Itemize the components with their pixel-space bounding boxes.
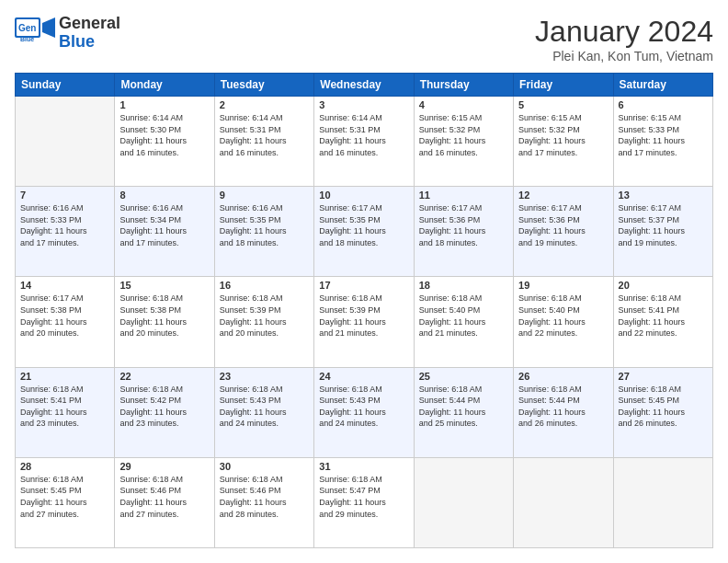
calendar-week-row: 1Sunrise: 6:14 AMSunset: 5:30 PMDaylight…: [16, 97, 713, 187]
day-number: 31: [319, 461, 408, 472]
day-info: Sunrise: 6:17 AMSunset: 5:37 PMDaylight:…: [619, 202, 708, 248]
col-sunday: Sunday: [16, 74, 115, 97]
calendar-cell: 30Sunrise: 6:18 AMSunset: 5:46 PMDayligh…: [214, 457, 313, 547]
day-info: Sunrise: 6:18 AMSunset: 5:44 PMDaylight:…: [419, 384, 508, 430]
calendar-cell: 23Sunrise: 6:18 AMSunset: 5:43 PMDayligh…: [214, 367, 313, 457]
logo-general: General: [59, 15, 120, 33]
day-info: Sunrise: 6:18 AMSunset: 5:41 PMDaylight:…: [20, 384, 109, 430]
day-number: 23: [220, 371, 309, 382]
day-number: 13: [619, 190, 708, 201]
day-number: 24: [319, 371, 408, 382]
calendar-cell: [414, 457, 513, 547]
calendar-cell: 9Sunrise: 6:16 AMSunset: 5:35 PMDaylight…: [214, 187, 313, 277]
day-number: 16: [220, 280, 309, 291]
calendar-cell: 31Sunrise: 6:18 AMSunset: 5:47 PMDayligh…: [314, 457, 414, 547]
day-info: Sunrise: 6:18 AMSunset: 5:46 PMDaylight:…: [220, 474, 309, 520]
day-info: Sunrise: 6:18 AMSunset: 5:41 PMDaylight:…: [619, 293, 708, 339]
day-info: Sunrise: 6:16 AMSunset: 5:35 PMDaylight:…: [220, 202, 309, 248]
month-year: January 2024: [535, 15, 713, 49]
calendar-cell: 19Sunrise: 6:18 AMSunset: 5:40 PMDayligh…: [514, 277, 613, 367]
calendar-cell: 17Sunrise: 6:18 AMSunset: 5:39 PMDayligh…: [314, 277, 414, 367]
calendar-cell: 6Sunrise: 6:15 AMSunset: 5:33 PMDaylight…: [613, 97, 712, 187]
day-number: 21: [20, 371, 109, 382]
day-info: Sunrise: 6:18 AMSunset: 5:44 PMDaylight:…: [518, 384, 608, 430]
calendar-cell: 18Sunrise: 6:18 AMSunset: 5:40 PMDayligh…: [414, 277, 513, 367]
col-monday: Monday: [115, 74, 214, 97]
day-number: 11: [419, 190, 508, 201]
day-number: 29: [119, 461, 209, 472]
day-number: 5: [518, 99, 608, 110]
day-info: Sunrise: 6:18 AMSunset: 5:40 PMDaylight:…: [518, 293, 608, 339]
calendar-cell: 14Sunrise: 6:17 AMSunset: 5:38 PMDayligh…: [16, 277, 115, 367]
header: Gen Blue General Blue January 2024 Plei …: [15, 15, 713, 63]
calendar-cell: 22Sunrise: 6:18 AMSunset: 5:42 PMDayligh…: [115, 367, 214, 457]
calendar-cell: 11Sunrise: 6:17 AMSunset: 5:36 PMDayligh…: [414, 187, 513, 277]
calendar-cell: 27Sunrise: 6:18 AMSunset: 5:45 PMDayligh…: [613, 367, 712, 457]
calendar-cell: 3Sunrise: 6:14 AMSunset: 5:31 PMDaylight…: [314, 97, 414, 187]
day-number: 1: [119, 99, 209, 110]
day-info: Sunrise: 6:14 AMSunset: 5:30 PMDaylight:…: [119, 112, 209, 158]
day-info: Sunrise: 6:18 AMSunset: 5:46 PMDaylight:…: [119, 474, 209, 520]
calendar-cell: 24Sunrise: 6:18 AMSunset: 5:43 PMDayligh…: [314, 367, 414, 457]
calendar-cell: 7Sunrise: 6:16 AMSunset: 5:33 PMDaylight…: [16, 187, 115, 277]
calendar-cell: [16, 97, 115, 187]
day-number: 22: [119, 371, 209, 382]
day-number: 9: [220, 190, 309, 201]
day-number: 8: [119, 190, 209, 201]
day-number: 10: [319, 190, 408, 201]
day-info: Sunrise: 6:16 AMSunset: 5:33 PMDaylight:…: [20, 202, 109, 248]
day-info: Sunrise: 6:18 AMSunset: 5:39 PMDaylight:…: [319, 293, 408, 339]
day-number: 27: [619, 371, 708, 382]
day-info: Sunrise: 6:17 AMSunset: 5:36 PMDaylight:…: [518, 202, 608, 248]
day-number: 15: [119, 280, 209, 291]
calendar-cell: 29Sunrise: 6:18 AMSunset: 5:46 PMDayligh…: [115, 457, 214, 547]
calendar-header-row: Sunday Monday Tuesday Wednesday Thursday…: [16, 74, 713, 97]
day-number: 19: [518, 280, 608, 291]
day-info: Sunrise: 6:17 AMSunset: 5:36 PMDaylight:…: [419, 202, 508, 248]
day-number: 25: [419, 371, 508, 382]
col-thursday: Thursday: [414, 74, 513, 97]
logo-text-block: General Blue: [59, 15, 120, 52]
calendar-cell: 21Sunrise: 6:18 AMSunset: 5:41 PMDayligh…: [16, 367, 115, 457]
day-number: 17: [319, 280, 408, 291]
calendar-cell: 1Sunrise: 6:14 AMSunset: 5:30 PMDaylight…: [115, 97, 214, 187]
day-info: Sunrise: 6:18 AMSunset: 5:43 PMDaylight:…: [319, 384, 408, 430]
day-info: Sunrise: 6:18 AMSunset: 5:45 PMDaylight:…: [20, 474, 109, 520]
day-info: Sunrise: 6:18 AMSunset: 5:40 PMDaylight:…: [419, 293, 508, 339]
calendar-cell: 25Sunrise: 6:18 AMSunset: 5:44 PMDayligh…: [414, 367, 513, 457]
col-wednesday: Wednesday: [314, 74, 414, 97]
calendar-cell: 28Sunrise: 6:18 AMSunset: 5:45 PMDayligh…: [16, 457, 115, 547]
calendar-week-row: 28Sunrise: 6:18 AMSunset: 5:45 PMDayligh…: [16, 457, 713, 547]
day-info: Sunrise: 6:16 AMSunset: 5:34 PMDaylight:…: [119, 202, 209, 248]
calendar-cell: 12Sunrise: 6:17 AMSunset: 5:36 PMDayligh…: [514, 187, 613, 277]
calendar-cell: 4Sunrise: 6:15 AMSunset: 5:32 PMDaylight…: [414, 97, 513, 187]
col-saturday: Saturday: [613, 74, 712, 97]
day-number: 28: [20, 461, 109, 472]
day-info: Sunrise: 6:15 AMSunset: 5:33 PMDaylight:…: [619, 112, 708, 158]
day-number: 20: [619, 280, 708, 291]
calendar-cell: 2Sunrise: 6:14 AMSunset: 5:31 PMDaylight…: [214, 97, 313, 187]
logo: Gen Blue General Blue: [15, 15, 120, 52]
logo-blue: Blue: [59, 33, 95, 52]
day-info: Sunrise: 6:14 AMSunset: 5:31 PMDaylight:…: [319, 112, 408, 158]
calendar-table: Sunday Monday Tuesday Wednesday Thursday…: [15, 73, 713, 548]
col-friday: Friday: [514, 74, 613, 97]
title-block: January 2024 Plei Kan, Kon Tum, Vietnam: [535, 15, 713, 63]
logo-icon: Gen Blue: [15, 16, 55, 51]
page: Gen Blue General Blue January 2024 Plei …: [0, 0, 728, 563]
calendar-cell: 26Sunrise: 6:18 AMSunset: 5:44 PMDayligh…: [514, 367, 613, 457]
calendar-cell: 16Sunrise: 6:18 AMSunset: 5:39 PMDayligh…: [214, 277, 313, 367]
day-info: Sunrise: 6:18 AMSunset: 5:47 PMDaylight:…: [319, 474, 408, 520]
svg-text:Gen: Gen: [18, 23, 36, 33]
day-info: Sunrise: 6:18 AMSunset: 5:45 PMDaylight:…: [619, 384, 708, 430]
location: Plei Kan, Kon Tum, Vietnam: [535, 49, 713, 63]
day-info: Sunrise: 6:18 AMSunset: 5:38 PMDaylight:…: [119, 293, 209, 339]
calendar-cell: [613, 457, 712, 547]
day-number: 3: [319, 99, 408, 110]
calendar-week-row: 7Sunrise: 6:16 AMSunset: 5:33 PMDaylight…: [16, 187, 713, 277]
day-info: Sunrise: 6:18 AMSunset: 5:39 PMDaylight:…: [220, 293, 309, 339]
svg-text:Blue: Blue: [20, 36, 34, 42]
day-number: 7: [20, 190, 109, 201]
day-info: Sunrise: 6:18 AMSunset: 5:42 PMDaylight:…: [119, 384, 209, 430]
col-tuesday: Tuesday: [214, 74, 313, 97]
